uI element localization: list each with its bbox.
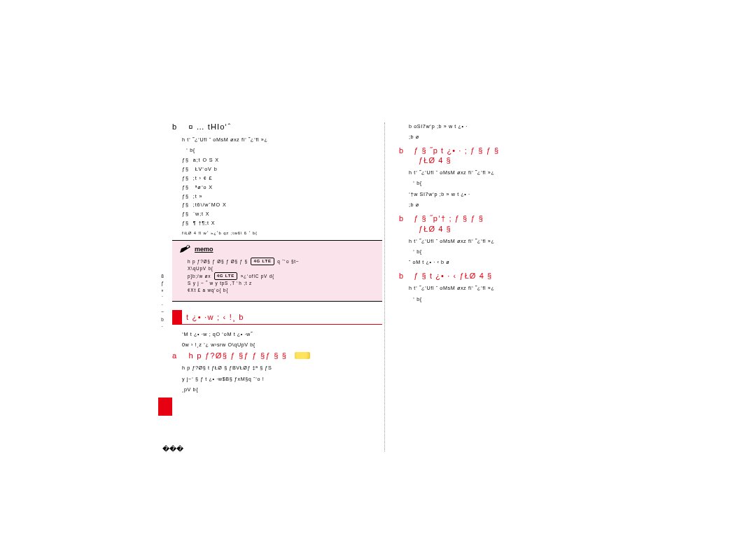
- memo-line: h p ƒ?Ø§ ƒ Ø§ ƒ Ø§ ƒ § 4G LTE q ˆˈo §t~: [188, 258, 375, 265]
- list-item: ¨w;t X: [182, 211, 382, 218]
- body-text: h tˈ ˝¿ˈUfl ˆ oMsM øxz fiˈ ˝¿ˈfl »¿: [409, 169, 609, 176]
- body-text: y j~ˈ § ƒ t ¿• ·w$B§ ƒxM§q ˆˈo !: [182, 375, 382, 383]
- body-text: ˆ oM t ¿• · ‹ b ø: [409, 258, 609, 266]
- body-text: ¸pV b{: [182, 386, 382, 393]
- page-root: 8 ƒ º ¨ · ~ b · b¤ … tHIoˈˆ h tˈ ˝¿ˈUfl …: [0, 0, 756, 534]
- intro-text: ˈM t ¿• ·w ; qO ˈoM t ¿• ·w˝: [182, 330, 382, 338]
- step-heading: b¤ … tHIoˈˆ: [172, 122, 382, 132]
- left-column: b¤ … tHIoˈˆ h tˈ ˝¿ˈUfl ˆ oMsM øxz fiˈ ˝…: [172, 122, 382, 396]
- body-text: ˈ b{: [413, 295, 609, 303]
- list-item: ¶ †¶;t X: [182, 220, 382, 227]
- body-text: ˈ b{: [413, 179, 609, 187]
- body-text: ˈ b{: [413, 248, 609, 255]
- body-text: h p ƒ?Ø§ t ƒŁØ § ƒBVŁØƒ ‡ª § ƒS: [182, 364, 382, 372]
- section-marker: [158, 398, 172, 416]
- lte-badge: 4G LTE: [251, 258, 274, 265]
- step-heading-red: ah p ƒ?Ø§ ƒ §ƒ ƒ §ƒ § §: [172, 351, 382, 360]
- body-text: h tˈ ˝¿ˈUfl ˆ oMsM øxz fiˈ ˝¿ˈfl »¿: [409, 284, 609, 292]
- body-text: h tˈ ˝¿ˈUfl ˆ oMsM øxz fiˈ ˝¿ˈfl »¿: [409, 237, 609, 245]
- body-text: b oSI7wˈp ;b » w t ¿• ·: [409, 122, 609, 130]
- pencil-icon: [179, 245, 192, 253]
- list-item: ;t6\/wˆMO X: [182, 202, 382, 209]
- step-heading-red: bƒ § ˝pˈ† ; ƒ § ƒ §: [399, 214, 609, 223]
- body-text: h tˈ ˝¿ˈUfl ˆ oMsM øxz fiˈ ˝¿ˈfl »¿: [182, 136, 382, 143]
- lte-badge: 4G LTE: [214, 272, 237, 280]
- column-divider: [384, 122, 385, 451]
- body-text: ˈ b{: [186, 146, 382, 154]
- footnote: fiŁØ 4 fl wˈ »¿ˈb qz ;tw6\ 6 ˈ b{: [182, 230, 382, 236]
- step-heading-red: bƒ § t ¿• · ‹ ƒŁØ 4 §: [399, 272, 609, 280]
- memo-header: memo: [179, 245, 375, 253]
- step-heading-red: bƒ § ˝p t ¿• · ; ƒ § ƒ §: [399, 146, 609, 155]
- button-icon: [295, 352, 310, 359]
- list-item: ŁVˈoV b: [182, 166, 382, 174]
- intro-text: 0w › !¸z ˈ¿ w›srw O\qUpV b{: [182, 341, 382, 349]
- heading-accent: [172, 310, 182, 325]
- memo-line: ¢Xt £ a wqˈo{ b{: [188, 287, 375, 294]
- body-text: ˈ†w SI7wˈp ;b » w t ¿• ·: [409, 190, 609, 198]
- right-column: b oSI7wˈp ;b » w t ¿• · ;b ø bƒ § ˝p t ¿…: [399, 122, 609, 306]
- list-item: ªøˈo X: [182, 184, 382, 192]
- memo-line: p]b;/w øx 4G LTE »¿ˈoflC pV d{: [188, 272, 375, 280]
- memo-line: S y j ~ ˝ w y tpS ,T ˈh ;t z: [188, 280, 375, 287]
- section-heading: t ¿• ·w ; ‹ !¸ b: [172, 310, 382, 325]
- step-heading-red: ƒŁØ 4 §: [419, 156, 609, 164]
- list-item: ;t › ¢ £: [182, 175, 382, 183]
- side-tab: 8 ƒ º ¨ · ~ b ·: [158, 273, 167, 330]
- body-text: ;b ø: [409, 133, 609, 141]
- list-item: a;t O S X: [182, 157, 382, 164]
- memo-line: X\qUpV b{: [188, 265, 375, 272]
- step-heading-red: ƒŁØ 4 §: [419, 225, 609, 233]
- memo-box: memo h p ƒ?Ø§ ƒ Ø§ ƒ Ø§ ƒ § 4G LTE q ˆˈo…: [172, 240, 382, 302]
- list-item: ;t »: [182, 193, 382, 201]
- body-text: ;b ø: [409, 201, 609, 209]
- page-number: ���: [162, 445, 183, 453]
